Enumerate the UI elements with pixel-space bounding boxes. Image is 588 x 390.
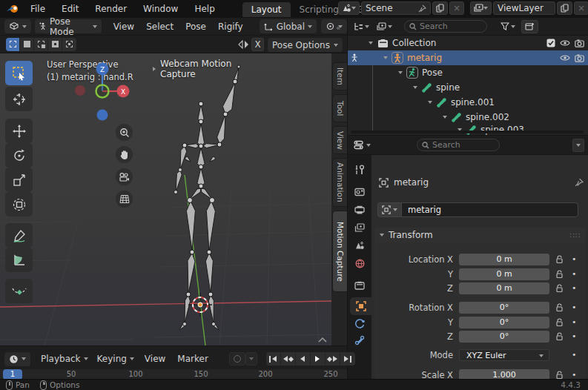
tab-physics-icon[interactable] (348, 315, 371, 333)
current-frame-indicator[interactable]: 1 (3, 369, 22, 380)
outliner-filter-display-dropdown[interactable] (377, 22, 392, 31)
tab-object-icon[interactable] (350, 297, 371, 315)
location-y-field[interactable]: 0 m (459, 268, 549, 280)
eye-icon[interactable] (560, 54, 570, 62)
lock-icon[interactable] (555, 255, 564, 264)
jump-to-end-button[interactable] (340, 352, 355, 366)
viewport-canvas[interactable] (0, 53, 347, 346)
pin-icon[interactable] (575, 178, 584, 187)
next-keyframe-button[interactable] (326, 352, 340, 366)
navigation-gizmo[interactable]: Z X (74, 62, 133, 125)
camera-view-button[interactable] (116, 168, 133, 185)
properties-search-input[interactable] (432, 140, 495, 150)
collapse-icon[interactable] (383, 56, 388, 59)
viewlayer-name-field[interactable]: ViewLayer (493, 1, 555, 15)
gizmo-y-ring[interactable] (96, 85, 109, 98)
rotation-z-field[interactable]: 0° (459, 331, 549, 343)
viewlayer-delete-button[interactable]: × (574, 1, 588, 15)
animate-dot[interactable]: • (572, 283, 577, 293)
outliner-search-input[interactable] (420, 22, 482, 31)
mocap-panel-header[interactable]: Webcam Motion Capture ∷∷ (153, 59, 347, 79)
scene-name-field[interactable]: Scene (361, 1, 431, 15)
mode-selector[interactable]: Pose Mode (35, 19, 102, 33)
gizmo-neg-x-ball[interactable] (75, 85, 85, 96)
pivot-point-dropdown[interactable] (321, 19, 347, 33)
animate-dot[interactable]: • (572, 350, 577, 360)
ortho-toggle-button[interactable] (116, 191, 133, 208)
rotation-mode-dropdown[interactable]: XYZ Euler (459, 349, 549, 361)
select-box-tool[interactable] (5, 61, 33, 85)
keying-menu[interactable]: Keying (93, 352, 139, 366)
outliner-filter-dropdown[interactable] (501, 22, 515, 30)
tab-viewlayer-icon[interactable] (348, 219, 371, 237)
select-intersect-button[interactable] (62, 38, 76, 51)
menu-pose[interactable]: Pose (179, 22, 212, 32)
workspace-tab-layout[interactable]: Layout (242, 2, 291, 17)
outliner-row-metarig[interactable]: metarig (348, 50, 588, 65)
location-z-field[interactable]: 0 m (459, 282, 549, 294)
collapse-icon[interactable] (413, 86, 417, 89)
tab-world-icon[interactable] (348, 254, 371, 272)
pan-button[interactable] (116, 146, 133, 163)
tab-view[interactable]: View (332, 126, 347, 154)
outliner-row-collection[interactable]: Collection (348, 36, 588, 50)
animate-dot[interactable]: • (572, 254, 577, 264)
auto-key-button[interactable] (229, 352, 245, 366)
scene-delete-button[interactable]: × (449, 1, 464, 15)
move-tool[interactable] (5, 119, 33, 143)
drag-handle-icon[interactable]: ∷∷ (569, 231, 581, 239)
gizmo-neg-z-ball[interactable] (97, 110, 108, 121)
tab-render-icon[interactable] (348, 183, 371, 201)
render-camera-icon[interactable] (575, 54, 584, 62)
outliner-row-spine002[interactable]: spine.002 (348, 110, 588, 125)
outliner-search[interactable] (404, 20, 487, 33)
lock-icon[interactable] (555, 318, 564, 327)
rotation-y-field[interactable]: 0° (459, 317, 549, 328)
object-name-input[interactable] (401, 202, 578, 217)
cursor-tool[interactable] (5, 87, 33, 111)
tab-item[interactable]: Item (332, 62, 347, 90)
menu-help[interactable]: Help (186, 0, 222, 18)
select-extend-button[interactable] (20, 38, 34, 51)
pose-breakdowner-tool[interactable] (5, 279, 33, 303)
animate-dot[interactable]: • (572, 331, 577, 341)
tab-tool[interactable]: Tool (332, 94, 347, 122)
auto-key-dropdown[interactable] (245, 352, 257, 366)
outliner-row-spine001[interactable]: spine.001 (348, 95, 588, 110)
menu-file[interactable]: File (22, 0, 53, 18)
play-reverse-button[interactable] (296, 352, 311, 366)
viewlayer-type-dropdown[interactable] (470, 1, 492, 15)
pin-icon[interactable] (418, 4, 426, 13)
armature-figure[interactable] (174, 65, 241, 330)
outliner-scrollbar[interactable] (351, 130, 584, 133)
measure-tool[interactable] (5, 248, 33, 272)
outliner-row-pose[interactable]: Pose (348, 65, 588, 80)
annotate-tool[interactable] (5, 223, 33, 248)
zoom-button[interactable] (116, 124, 133, 141)
lock-icon[interactable] (555, 332, 564, 341)
scene-type-dropdown[interactable] (338, 1, 360, 15)
transform-orientation-dropdown[interactable]: Global (260, 19, 317, 33)
editor-type-dropdown[interactable] (4, 19, 31, 33)
checkbox-icon[interactable] (546, 39, 555, 47)
timeline-view-menu[interactable]: View (139, 354, 171, 364)
properties-options-dropdown[interactable] (572, 139, 584, 152)
tab-armature-data-icon[interactable] (348, 331, 371, 349)
playback-menu[interactable]: Playback (36, 352, 93, 366)
collapse-sidebar-icon[interactable]: « (336, 24, 340, 32)
menu-window[interactable]: Window (135, 0, 186, 18)
scene-new-button[interactable] (432, 1, 448, 15)
timeline-editor-dropdown[interactable] (4, 352, 30, 366)
outliner-display-mode-dropdown[interactable] (354, 22, 369, 31)
transform-tool[interactable] (5, 192, 33, 217)
lock-icon[interactable] (555, 303, 564, 312)
animate-dot[interactable]: • (572, 317, 577, 327)
timeline-expand-icon[interactable] (317, 337, 328, 343)
tab-scene-icon[interactable] (348, 237, 371, 254)
pose-options-dropdown[interactable]: Pose Options (268, 38, 343, 52)
menu-render[interactable]: Render (87, 0, 135, 18)
select-set-button[interactable] (6, 38, 20, 51)
mirror-x-toggle[interactable]: X (251, 38, 264, 51)
prev-keyframe-button[interactable] (281, 352, 296, 366)
menu-view[interactable]: View (108, 22, 140, 32)
